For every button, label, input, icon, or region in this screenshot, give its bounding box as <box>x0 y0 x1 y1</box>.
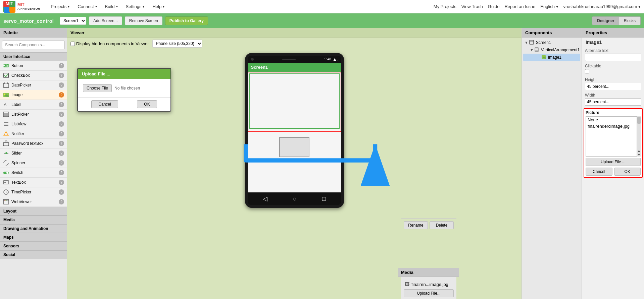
palette-label-listpicker: ListPicker <box>11 112 59 117</box>
nav-view-trash[interactable]: View Trash <box>461 4 483 9</box>
palette-help-label[interactable]: ? <box>59 102 64 107</box>
palette-help-switch[interactable]: ? <box>59 170 64 175</box>
prop-input-width[interactable] <box>585 98 641 106</box>
palette-item-textbox[interactable]: TextBox ? <box>0 178 67 187</box>
palette-item-image[interactable]: Image ? <box>0 90 67 100</box>
comp-item-screen1[interactable]: ▼ Screen1 <box>523 39 580 46</box>
picture-cancel-button[interactable]: Cancel <box>586 168 612 176</box>
svg-text:A: A <box>4 102 7 107</box>
scroll-up-icon[interactable]: ▲ <box>637 149 641 153</box>
svg-text:Btn: Btn <box>3 63 9 68</box>
palette-help-timepicker[interactable]: ? <box>59 189 64 195</box>
designer-button[interactable]: Designer <box>592 17 619 25</box>
palette-help-spinner[interactable]: ? <box>59 160 64 166</box>
properties-panel: Properties Image1 AlternateText Clickabl… <box>582 28 644 299</box>
palette-item-timepicker[interactable]: TimePicker ? <box>0 187 67 197</box>
palette-item-notifier[interactable]: ! Notifier ? <box>0 129 67 139</box>
toolbar: servo_motor_control Screen1 Add Screen..… <box>0 13 644 28</box>
hidden-components-checkbox[interactable] <box>70 42 75 46</box>
add-screen-button[interactable]: Add Screen... <box>89 16 122 25</box>
expand-screen1[interactable]: ▼ <box>525 41 529 45</box>
prop-label-width: Width <box>585 93 641 98</box>
picture-upload-button[interactable]: Upload File ... <box>586 158 641 166</box>
phone-top-bar: 9:48 ▲▲ <box>248 56 341 63</box>
nav-my-projects[interactable]: My Projects <box>434 4 456 9</box>
prop-checkbox-clickable[interactable] <box>585 69 589 73</box>
palette-help-webviewer[interactable]: ? <box>59 199 64 204</box>
nav-settings[interactable]: Settings ▾ <box>122 0 149 13</box>
screen-selector[interactable]: Screen1 <box>60 17 86 25</box>
palette-item-listview[interactable]: ListView ? <box>0 119 67 129</box>
media-item-image[interactable]: 🖼 finalren...image.jpg <box>404 281 454 288</box>
dialog-cancel-button[interactable]: Cancel <box>91 100 118 108</box>
picture-scrollbar[interactable]: ▲ ▼ <box>637 116 641 157</box>
palette-item-webviewer[interactable]: WebViewer ? <box>0 197 67 207</box>
palette-item-spinner[interactable]: Spinner ? <box>0 158 67 168</box>
nav-report-issue[interactable]: Report an Issue <box>504 4 535 9</box>
prop-input-height[interactable] <box>585 83 641 90</box>
picture-ok-button[interactable]: OK <box>614 168 641 176</box>
main-area: Palette User Interface Btn Button ? Chec… <box>0 28 644 299</box>
nav-guide[interactable]: Guide <box>488 4 500 9</box>
comp-label-image1: Image1 <box>548 55 561 60</box>
palette-label-listview: ListView <box>11 122 59 126</box>
palette-item-passwordtextbox[interactable]: PasswordTextBox ? <box>0 139 67 148</box>
palette-item-listpicker[interactable]: ListPicker ? <box>0 110 67 119</box>
palette-item-checkbox[interactable]: CheckBox ? <box>0 71 67 80</box>
palette-label-webviewer: WebViewer <box>11 199 59 204</box>
choose-file-button[interactable]: Choose File <box>83 84 112 92</box>
phone-home-button[interactable]: ○ <box>293 195 297 202</box>
phone-size-select[interactable]: Phone size (505,320) <box>152 40 202 48</box>
prop-input-alternate[interactable] <box>585 54 641 61</box>
media-upload-button[interactable]: Upload File... <box>404 289 454 297</box>
comp-item-vertical[interactable]: ▼ VerticalArrangement1 <box>523 46 580 54</box>
palette-help-checkbox[interactable]: ? <box>59 73 64 78</box>
svg-point-26 <box>5 152 7 154</box>
prop-height: Height <box>582 76 644 92</box>
palette-help-image[interactable]: ? <box>59 92 64 98</box>
palette-item-switch[interactable]: Switch ? <box>0 168 67 178</box>
media-header: Media <box>398 268 459 277</box>
expand-vertical[interactable]: ▼ <box>530 48 534 52</box>
label-icon: A <box>3 101 9 108</box>
image1-icon <box>541 55 547 60</box>
nav-projects[interactable]: Projects ▾ <box>47 0 73 13</box>
picture-item-file[interactable]: finalrenderdimage.jpg <box>586 123 640 129</box>
comp-item-image1[interactable]: ▶ Image1 <box>523 54 580 61</box>
blocks-button[interactable]: Blocks <box>619 17 640 25</box>
nav-user-email[interactable]: vrushabhkrushnarao1999@gmail.com ▾ <box>563 4 641 9</box>
phone-back-button[interactable]: ◁ <box>263 195 267 202</box>
palette-help-button[interactable]: ? <box>59 63 64 68</box>
picture-scroll-thumb[interactable] <box>637 117 641 124</box>
palette-help-passwordtextbox[interactable]: ? <box>59 141 64 146</box>
svg-point-13 <box>4 94 5 95</box>
palette-item-slider[interactable]: Slider ? <box>0 148 67 158</box>
palette-help-notifier[interactable]: ? <box>59 131 64 136</box>
palette-item-button[interactable]: Btn Button ? <box>0 61 67 71</box>
palette-help-slider[interactable]: ? <box>59 151 64 156</box>
picture-item-none[interactable]: None <box>586 117 640 123</box>
datepicker-icon <box>3 82 9 88</box>
nav-connect[interactable]: Connect ▾ <box>73 0 101 13</box>
picture-list[interactable]: None finalrenderdimage.jpg <box>586 116 641 157</box>
palette-label-timepicker: TimePicker <box>11 190 59 194</box>
nav-help[interactable]: Help ▾ <box>148 0 168 13</box>
logo-text: MIT APP INVENTOR <box>17 2 40 11</box>
scroll-down-icon[interactable]: ▼ <box>637 153 641 157</box>
palette-item-label[interactable]: A Label ? <box>0 100 67 110</box>
prop-label-height: Height <box>585 77 641 82</box>
palette-search-input[interactable] <box>2 41 65 49</box>
publish-button[interactable]: Publish to Gallery <box>165 16 208 25</box>
palette-help-listview[interactable]: ? <box>59 121 64 127</box>
palette-help-listpicker[interactable]: ? <box>59 112 64 117</box>
delete-button[interactable]: Delete <box>430 221 454 229</box>
remove-screen-button[interactable]: Remove Screen <box>125 16 162 25</box>
dialog-ok-button[interactable]: OK <box>137 100 157 108</box>
phone-recent-button[interactable]: □ <box>322 195 326 202</box>
palette-help-datepicker[interactable]: ? <box>59 82 64 88</box>
palette-help-textbox[interactable]: ? <box>59 180 64 185</box>
nav-build[interactable]: Build ▾ <box>101 0 122 13</box>
palette-item-datepicker[interactable]: DatePicker ? <box>0 80 67 90</box>
nav-language[interactable]: English ▾ <box>540 4 558 9</box>
rename-button[interactable]: Rename <box>404 221 428 229</box>
